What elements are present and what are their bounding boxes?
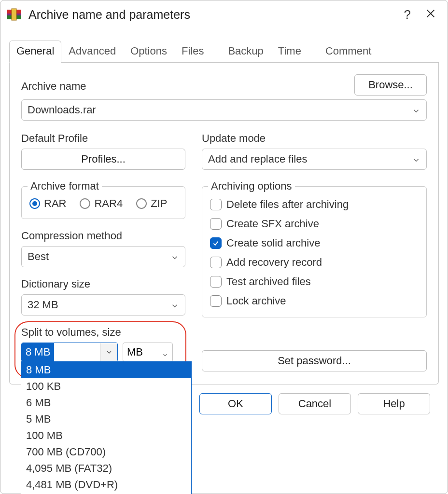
checkbox-option[interactable]: Delete files after archiving [210,198,419,211]
dropdown-option[interactable]: 700 MB (CD700) [21,444,191,460]
dialog-body: General Advanced Options Files Backup Ti… [0,27,448,494]
compression-method-label: Compression method [21,230,185,242]
archive-name-input[interactable]: Downloads.rar [21,99,427,121]
browse-button[interactable]: Browse... [354,74,427,96]
tab-general[interactable]: General [9,41,61,63]
radio-dot-icon [29,198,40,209]
dropdown-option[interactable]: 6 MB [21,395,191,411]
titlebar: Archive name and parameters ? [0,0,448,27]
split-size-value: 8 MB [22,343,54,361]
chevron-down-icon [170,252,179,261]
checkbox-icon [210,237,222,249]
set-password-button[interactable]: Set password... [202,350,427,371]
chevron-down-icon [162,349,168,356]
app-icon [6,7,22,22]
checkbox-icon [210,295,222,307]
checkbox-label: Test archived files [226,275,311,288]
svg-rect-3 [12,9,16,20]
tab-backup[interactable]: Backup [221,41,270,63]
radio-rar4[interactable]: RAR4 [80,197,123,210]
tab-files[interactable]: Files [174,41,211,63]
split-size-input[interactable]: 8 MB [21,343,118,362]
checkbox-icon [210,218,222,230]
compression-method-select[interactable]: Best [21,246,185,267]
tabstrip: General Advanced Options Files Backup Ti… [9,40,439,63]
radio-dot-icon [136,198,147,209]
help-icon[interactable]: ? [404,7,411,22]
update-mode-select[interactable]: Add and replace files [202,149,427,170]
tab-options[interactable]: Options [123,41,174,63]
checkbox-icon [210,257,222,268]
checkbox-option[interactable]: Add recovery record [210,256,419,269]
dictionary-size-select[interactable]: 32 MB [21,294,185,316]
update-mode-value: Add and replace files [208,153,307,165]
checkbox-label: Delete files after archiving [226,198,349,211]
split-unit-value: MB [127,346,143,358]
archiving-options-label: Archiving options [208,180,295,192]
checkbox-option[interactable]: Create SFX archive [210,218,419,230]
archiving-options-list: Delete files after archivingCreate SFX a… [210,195,419,307]
radio-zip[interactable]: ZIP [136,197,167,210]
dropdown-option[interactable]: 8 MB [21,362,191,378]
window-title: Archive name and parameters [28,8,404,22]
radio-dot-icon [80,198,90,209]
chevron-down-icon[interactable] [100,343,117,361]
radio-rar[interactable]: RAR [29,197,66,210]
checkbox-icon [210,276,222,288]
split-size-dropdown[interactable]: 8 MB100 KB6 MB5 MB100 MB700 MB (CD700)4,… [21,361,192,494]
dictionary-size-value: 32 MB [28,299,58,311]
dropdown-option[interactable]: 100 KB [21,378,191,395]
dropdown-option[interactable]: 5 MB [21,411,191,427]
archive-format-label: Archive format [28,180,102,192]
archive-name-label: Archive name [21,80,354,93]
dropdown-option[interactable]: 4,095 MB (FAT32) [21,460,191,477]
default-profile-label: Default Profile [21,132,185,145]
tab-time[interactable]: Time [271,41,308,63]
compression-method-value: Best [28,250,49,263]
chevron-down-icon [412,155,420,164]
split-volumes-label: Split to volumes, size [21,326,185,339]
split-unit-select[interactable]: MB [123,343,173,362]
dropdown-option[interactable]: 4,481 MB (DVD+R) [21,477,191,493]
radio-rar4-label: RAR4 [94,197,123,210]
checkbox-label: Create SFX archive [226,218,319,230]
ok-button[interactable]: OK [199,393,272,414]
close-icon[interactable] [425,7,436,22]
profiles-button[interactable]: Profiles... [21,149,185,170]
tab-content-general: Archive name Browse... Downloads.rar Def… [9,63,439,384]
radio-zip-label: ZIP [151,197,167,210]
cancel-button[interactable]: Cancel [279,393,351,414]
radio-rar-label: RAR [44,197,66,210]
chevron-down-icon [412,106,420,114]
checkbox-label: Create solid archive [226,237,320,249]
tab-comment[interactable]: Comment [318,41,378,63]
tab-advanced[interactable]: Advanced [61,41,123,63]
update-mode-label: Update mode [202,132,427,145]
dropdown-option[interactable]: 100 MB [21,427,191,444]
dictionary-size-label: Dictionary size [21,278,185,290]
chevron-down-icon [170,301,179,309]
archive-name-value: Downloads.rar [28,104,96,116]
dialog-window: Archive name and parameters ? General Ad… [0,0,448,494]
help-button[interactable]: Help [358,393,430,414]
checkbox-option[interactable]: Create solid archive [210,237,419,249]
checkbox-option[interactable]: Lock archive [210,295,419,307]
checkbox-label: Add recovery record [226,256,322,269]
checkbox-icon [210,199,222,210]
checkbox-option[interactable]: Test archived files [210,275,419,288]
checkbox-label: Lock archive [226,295,286,307]
